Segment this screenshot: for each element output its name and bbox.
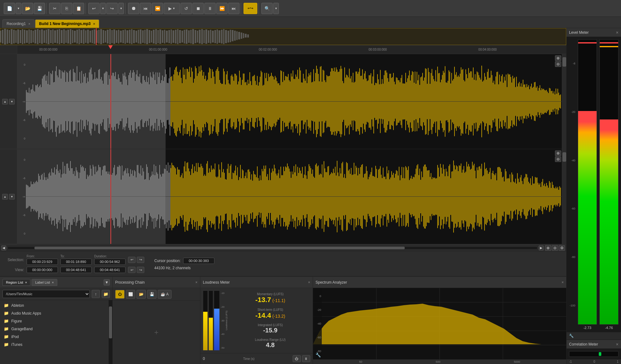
path-folder-button[interactable]: 📁 — [102, 290, 110, 298]
open-button[interactable]: 📂 — [22, 3, 33, 14]
new-dropdown-button[interactable]: ▼ — [16, 3, 21, 14]
search-dropdown-button[interactable]: ▼ — [273, 3, 279, 14]
tab-recording1-close[interactable]: × — [28, 22, 30, 26]
track-ctrl-icon-3[interactable]: ▲ — [2, 194, 8, 200]
hscroll-left-button[interactable]: ◀ — [1, 245, 6, 250]
path-select[interactable]: /Users/Tim/Music — [3, 290, 90, 298]
sel-undo-button[interactable]: ↩ — [128, 257, 136, 263]
hscroll-zoom-in[interactable]: ⊕ — [545, 245, 551, 251]
proc-extra-button[interactable]: ☕ A — [158, 290, 172, 299]
path-up-button[interactable]: ↑ — [92, 290, 100, 298]
svg-rect-31 — [63, 29, 65, 44]
loudness-panel: Loudness Meter × — [200, 277, 313, 364]
proc-save-button[interactable]: 💾 — [147, 290, 157, 299]
hscroll-settings[interactable]: ⚙ — [559, 245, 565, 251]
copy-button[interactable]: ⎘ — [61, 3, 72, 14]
hscroll-zoom-out[interactable]: ⊖ — [552, 245, 558, 251]
processing-close-button[interactable]: × — [195, 280, 198, 285]
view-duration-input[interactable] — [94, 267, 126, 273]
view-end-input[interactable] — [60, 267, 92, 273]
redo-button[interactable]: ↪ — [106, 3, 118, 14]
meter-bar-3 — [214, 291, 220, 351]
tab-label-list[interactable]: Label List × — [32, 279, 57, 286]
list-item[interactable]: 📁 Audio Music Apps — [0, 309, 112, 317]
view-redo-button[interactable]: ↪ — [137, 267, 144, 273]
new-button[interactable]: 📄 — [4, 3, 15, 14]
selection-from-input[interactable] — [27, 259, 58, 265]
hscroll-right-button[interactable]: ▶ — [539, 245, 544, 250]
selection-overlay-1 — [17, 54, 166, 149]
overview-waveform[interactable] — [0, 28, 566, 45]
cursor-position-input[interactable] — [183, 258, 214, 264]
region-list-close[interactable]: × — [25, 281, 27, 284]
list-item[interactable]: 📁 iTunes — [0, 341, 112, 348]
redo-dropdown-button[interactable]: ▼ — [118, 3, 124, 14]
view-start-input[interactable] — [27, 267, 58, 273]
loudness-pause-button[interactable]: ⏸ — [302, 355, 310, 362]
list-item[interactable]: 📁 Figure — [0, 317, 112, 325]
track-2-waveform[interactable]: 0 -6 -∞ -6 0 ⊕ ⊖ — [17, 149, 566, 244]
svg-rect-16 — [30, 30, 32, 43]
file-list-scrollbar[interactable] — [109, 300, 112, 364]
zoom-out-1[interactable]: ⊖ — [555, 61, 561, 67]
hscroll-track[interactable] — [8, 246, 537, 250]
record-button[interactable]: ⏺ — [128, 3, 139, 14]
spectrum-close-button[interactable]: × — [562, 280, 564, 285]
loudness-power-button[interactable]: ⏻ — [293, 355, 301, 362]
loudness-close-button[interactable]: × — [308, 280, 310, 285]
view-undo-button[interactable]: ↩ — [128, 267, 136, 273]
paste-button[interactable]: 📋 — [73, 3, 84, 14]
tab-recording1[interactable]: Recording1 × — [3, 19, 34, 28]
skip-end-button[interactable]: ⏭ — [228, 3, 239, 14]
momentary-peak: (-11.1) — [272, 298, 285, 303]
panel-dropdown-button[interactable]: ▼ — [104, 279, 110, 286]
level-meter-close-button[interactable]: × — [616, 30, 618, 35]
cut-button[interactable]: ✂ — [49, 3, 60, 14]
svg-rect-111 — [238, 32, 240, 39]
undo-button[interactable]: ↩ — [88, 3, 100, 14]
sel-redo-button[interactable]: ↪ — [137, 257, 144, 263]
scrollbar-v-2[interactable] — [562, 149, 566, 244]
correlation-bar-area — [567, 349, 621, 359]
tab-build1-close[interactable]: × — [93, 22, 95, 26]
search-button[interactable]: 🔍 — [261, 3, 273, 14]
spectrum-tool-icon[interactable]: 🔧 — [316, 352, 321, 357]
selection-to-input[interactable] — [60, 259, 92, 265]
proc-open-button[interactable]: 📂 — [136, 290, 146, 299]
correlation-close-button[interactable]: × — [616, 342, 618, 347]
loop-region-button[interactable]: ↩↪ — [244, 3, 257, 14]
zoom-out-2[interactable]: ⊖ — [555, 156, 561, 162]
proc-power-button[interactable]: ⏻ — [115, 290, 125, 299]
processing-content[interactable]: + — [113, 301, 200, 364]
loop-button[interactable]: ↺ — [181, 3, 192, 14]
play-button[interactable]: ▶ ▼ — [164, 3, 180, 14]
track-ctrl-icon-4[interactable]: ▼ — [9, 194, 15, 200]
proc-square-button[interactable]: ⬜ — [126, 290, 135, 299]
rewind-button[interactable]: ⏪ — [152, 3, 163, 14]
svg-rect-109 — [234, 31, 236, 41]
zoom-in-2[interactable]: ⊕ — [555, 150, 561, 156]
scrollbar-v-1[interactable] — [562, 54, 566, 149]
skip-start-button[interactable]: ⏮ — [140, 3, 151, 14]
file-list[interactable]: 📁 Ableton 📁 Audio Music Apps 📁 Figure 📁 … — [0, 300, 112, 364]
selection-duration-input[interactable] — [94, 259, 126, 265]
list-item[interactable]: 📁 Ableton — [0, 301, 112, 309]
stop-button[interactable]: ⏹ — [192, 3, 204, 14]
label-list-close[interactable]: × — [52, 281, 54, 284]
svg-rect-96 — [205, 29, 207, 44]
list-item[interactable]: 📁 GarageBand — [0, 325, 112, 333]
svg-rect-13 — [24, 30, 25, 43]
undo-dropdown-button[interactable]: ▼ — [100, 3, 106, 14]
pause-button[interactable]: ⏸ — [204, 3, 216, 14]
level-meter-tool-icon[interactable]: 🔧 — [569, 334, 574, 338]
spectrum-content[interactable]: 0 -20 -40 -60 -80 🔧 — [313, 288, 566, 359]
tab-build1[interactable]: Build 1 New Beginnings.mp3 × — [35, 19, 99, 28]
track-ctrl-icon-1[interactable]: ▲ — [2, 99, 8, 104]
zoom-in-1[interactable]: ⊕ — [555, 55, 561, 61]
save-button[interactable]: 💾 — [34, 3, 45, 14]
track-1-waveform[interactable]: 0 -6 -∞ -6 0 // Generate waveform bars -… — [17, 54, 566, 149]
track-ctrl-icon-2[interactable]: ▼ — [9, 99, 15, 104]
list-item[interactable]: 📁 iPod — [0, 333, 112, 341]
tab-region-list[interactable]: Region List × — [3, 279, 30, 286]
fast-forward-button[interactable]: ⏩ — [216, 3, 228, 14]
